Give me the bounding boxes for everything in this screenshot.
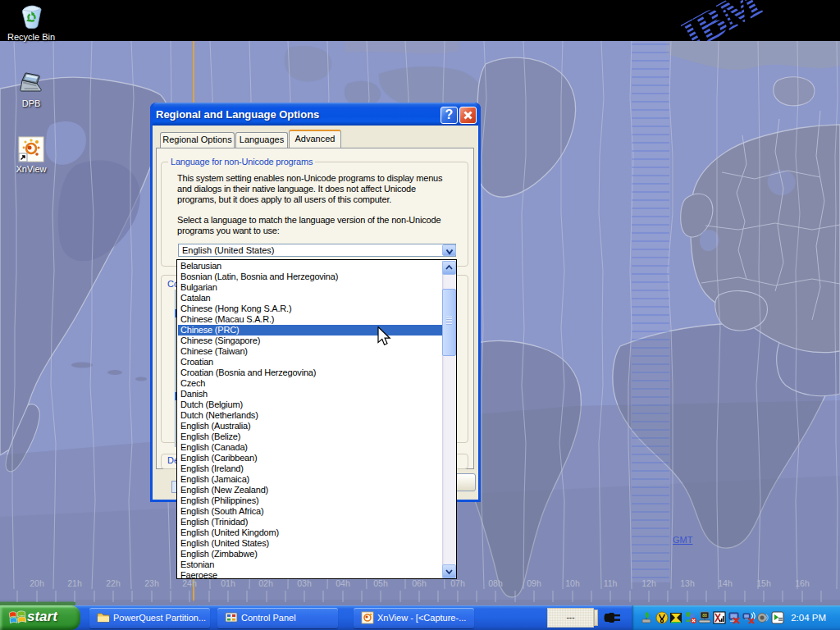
svg-text:09h: 09h <box>527 578 541 588</box>
svg-text:22h: 22h <box>106 578 121 588</box>
svg-text:88: 88 <box>702 613 707 618</box>
svg-text:14h: 14h <box>718 578 733 588</box>
svg-text:15h: 15h <box>756 578 771 588</box>
svg-text:16h: 16h <box>795 578 810 588</box>
svg-text:07h: 07h <box>450 578 465 588</box>
svg-text:11h: 11h <box>604 578 618 588</box>
svg-text:23h: 23h <box>144 578 159 588</box>
svg-text:10h: 10h <box>565 578 580 588</box>
svg-text:21h: 21h <box>67 578 82 588</box>
svg-text:20h: 20h <box>30 578 44 588</box>
svg-text:08h: 08h <box>488 578 503 588</box>
svg-text:12h: 12h <box>641 578 656 588</box>
svg-text:GMT: GMT <box>673 535 693 545</box>
svg-text:13h: 13h <box>680 578 695 588</box>
